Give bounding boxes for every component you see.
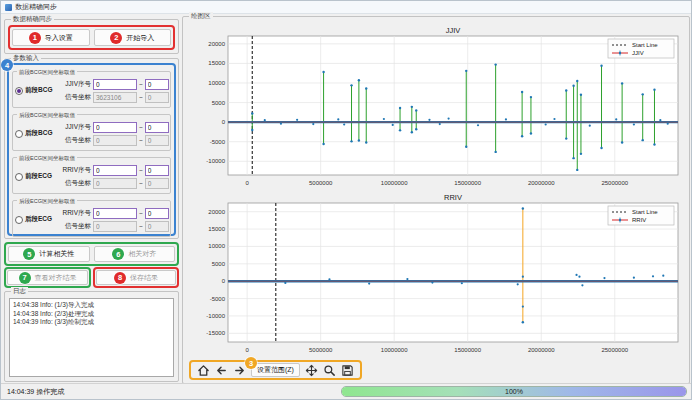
app-icon — [5, 4, 12, 11]
signal-coord-end-input[interactable] — [145, 92, 169, 103]
step-badge-6: 6 — [112, 248, 124, 260]
plot-toolbar: 3 设置范围(Z) — [189, 360, 362, 380]
title-bar: 数据精确同步 — [1, 1, 691, 14]
svg-text:10000000: 10000000 — [381, 180, 408, 186]
svg-text:15000: 15000 — [208, 60, 225, 66]
param-input-title: 参数输入 — [11, 54, 41, 62]
zoom-icon[interactable] — [323, 364, 336, 377]
rriv-index-start-input[interactable] — [93, 165, 137, 176]
svg-text:5000: 5000 — [212, 100, 226, 106]
svg-text:20000000: 20000000 — [528, 180, 555, 186]
back-icon[interactable] — [215, 364, 228, 377]
jjiv-index-end-input[interactable] — [145, 79, 169, 90]
jjiv-chart[interactable]: 0500000010000000150000002000000025000000… — [188, 24, 684, 191]
step-badge-1: 1 — [29, 32, 41, 44]
svg-text:Start Line: Start Line — [632, 209, 658, 215]
signal-coord-start-input[interactable] — [93, 178, 137, 189]
svg-text:0: 0 — [222, 119, 226, 125]
svg-text:20000: 20000 — [208, 209, 225, 215]
svg-text:15000000: 15000000 — [454, 347, 481, 353]
svg-text:15000: 15000 — [208, 226, 225, 232]
param-group-title: 前段ECG区间坐标取值 — [17, 154, 77, 162]
rriv-index-end-input[interactable] — [145, 208, 169, 219]
signal-coord-start-input[interactable] — [93, 135, 137, 146]
step-badge-7: 7 — [19, 272, 31, 284]
signal-coord-start-input[interactable] — [93, 221, 137, 232]
param-input-group: 参数输入 4 前段BCG区间坐标取值 前段BCG JJIV序号 ~ — [4, 58, 179, 239]
plot-area-title: 绘图区 — [189, 12, 213, 20]
radio-rear-bcg[interactable]: 后段BCG — [15, 129, 59, 138]
calc-correlation-button[interactable]: 5 计算相关性 — [8, 246, 90, 262]
param-group-front-bcg: 前段BCG区间坐标取值 前段BCG JJIV序号 ~ 信号坐标 — [12, 71, 171, 108]
svg-text:20000000: 20000000 — [528, 347, 555, 353]
log-group-title: 日志 — [11, 287, 28, 295]
save-result-button[interactable]: 8 保存结果 — [96, 270, 176, 285]
signal-coord-start-input[interactable] — [93, 92, 137, 103]
correlation-align-label: 相关对齐 — [128, 249, 156, 259]
rriv-chart[interactable]: 0500000010000000150000002000000025000000… — [188, 191, 684, 358]
param-group-rear-ecg: 后段ECG区间坐标取值 后段ECG RRIV序号 ~ 信号坐标 — [12, 200, 171, 237]
import-settings-button[interactable]: 1 导入设置 — [12, 29, 90, 46]
forward-icon[interactable] — [233, 364, 246, 377]
svg-text:-5000: -5000 — [210, 296, 226, 302]
radio-icon — [15, 130, 23, 138]
progress-bar: 100% — [341, 386, 687, 397]
annotation-box-import: 1 导入设置 2 开始导入 — [8, 25, 175, 50]
save-icon[interactable] — [341, 364, 354, 377]
param-group-front-ecg: 前段ECG区间坐标取值 前段ECG RRIV序号 ~ 信号坐标 — [12, 157, 171, 194]
app-window: { "window": { "title": "数据精确同步" }, "left… — [0, 0, 692, 400]
svg-text:5000000: 5000000 — [309, 180, 333, 186]
radio-front-ecg[interactable]: 前段ECG — [15, 172, 59, 181]
radio-icon — [15, 216, 23, 224]
sync-group-title: 数据精确同步 — [11, 15, 54, 23]
svg-text:-10000: -10000 — [206, 158, 225, 164]
svg-text:5000: 5000 — [212, 261, 226, 267]
param-group-title: 前段BCG区间坐标取值 — [17, 68, 77, 76]
svg-text:5000000: 5000000 — [309, 347, 333, 353]
param-group-title: 后段BCG区间坐标取值 — [17, 111, 77, 119]
step-badge-3: 3 — [245, 357, 257, 369]
svg-text:0: 0 — [245, 347, 249, 353]
svg-text:10000: 10000 — [208, 80, 225, 86]
signal-coord-end-input[interactable] — [145, 178, 169, 189]
step-badge-4: 4 — [1, 59, 13, 71]
svg-text:-10000: -10000 — [206, 313, 225, 319]
svg-text:0: 0 — [222, 278, 226, 284]
svg-text:20000: 20000 — [208, 41, 225, 47]
radio-front-bcg[interactable]: 前段BCG — [15, 86, 59, 95]
step-badge-5: 5 — [23, 248, 35, 260]
signal-coord-end-input[interactable] — [145, 221, 169, 232]
set-range-button[interactable]: 3 设置范围(Z) — [251, 363, 300, 377]
step-badge-2: 2 — [110, 32, 122, 44]
radio-rear-ecg[interactable]: 后段ECG — [15, 215, 59, 224]
status-bar: 14:04:39 操作完成 100% — [1, 383, 691, 399]
log-list[interactable]: 14:04:38 Info: (1/3)导入完成 14:04:38 Info: … — [9, 298, 174, 377]
svg-text:-5000: -5000 — [210, 139, 226, 145]
rriv-index-start-input[interactable] — [93, 208, 137, 219]
jjiv-index-end-input[interactable] — [145, 122, 169, 133]
annotation-box-calc-align: 5 计算相关性 6 相关对齐 — [4, 242, 179, 266]
view-align-result-button[interactable]: 7 查看对齐结果 — [7, 270, 88, 285]
svg-text:10000: 10000 — [208, 243, 225, 249]
svg-text:JJIV: JJIV — [632, 50, 644, 56]
jjiv-index-start-input[interactable] — [93, 79, 137, 90]
window-title: 数据精确同步 — [15, 2, 57, 12]
rriv-index-end-input[interactable] — [145, 165, 169, 176]
annotation-box-save: 8 保存结果 — [93, 267, 179, 288]
step-badge-8: 8 — [114, 272, 126, 284]
svg-text:15000000: 15000000 — [454, 180, 481, 186]
log-line: 14:04:38 Info: (2/3)处理完成 — [13, 310, 170, 319]
home-icon[interactable] — [197, 364, 210, 377]
radio-icon — [15, 173, 23, 181]
start-import-button[interactable]: 2 开始导入 — [94, 29, 172, 46]
signal-coord-end-input[interactable] — [145, 135, 169, 146]
svg-text:25000000: 25000000 — [601, 347, 628, 353]
annotation-box-params: 前段BCG区间坐标取值 前段BCG JJIV序号 ~ 信号坐标 — [7, 63, 176, 236]
svg-text:0: 0 — [245, 180, 249, 186]
log-line: 14:04:39 Info: (3/3)绘制完成 — [13, 318, 170, 327]
svg-text:25000000: 25000000 — [601, 180, 628, 186]
svg-text:RRIV: RRIV — [632, 217, 646, 223]
correlation-align-button[interactable]: 6 相关对齐 — [94, 246, 176, 262]
pan-icon[interactable] — [305, 364, 318, 377]
jjiv-index-start-input[interactable] — [93, 122, 137, 133]
